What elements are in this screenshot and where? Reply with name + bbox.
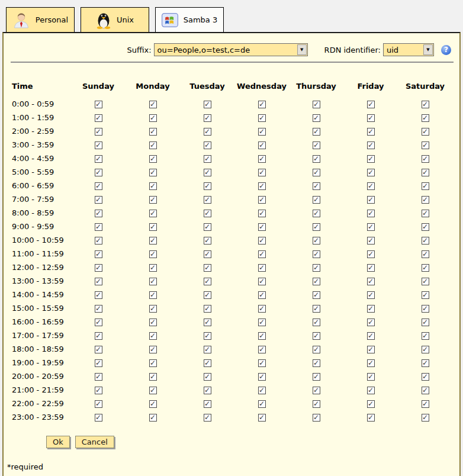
checkbox-monday-23[interactable] (149, 414, 157, 422)
checkbox-monday-22[interactable] (149, 400, 157, 408)
checkbox-thursday-19[interactable] (313, 359, 320, 367)
rdn-identifier-select[interactable]: uid ▼ (383, 43, 434, 56)
checkbox-saturday-8[interactable] (422, 210, 429, 217)
checkbox-sunday-19[interactable] (95, 359, 102, 367)
help-icon[interactable]: ? (441, 45, 451, 55)
checkbox-thursday-4[interactable] (313, 155, 320, 163)
checkbox-thursday-10[interactable] (313, 237, 320, 245)
checkbox-thursday-6[interactable] (313, 182, 320, 190)
checkbox-tuesday-14[interactable] (204, 291, 211, 299)
checkbox-monday-6[interactable] (149, 182, 157, 190)
checkbox-wednesday-2[interactable] (258, 128, 266, 136)
checkbox-tuesday-10[interactable] (204, 237, 211, 245)
checkbox-sunday-12[interactable] (95, 264, 102, 272)
checkbox-thursday-12[interactable] (313, 264, 320, 272)
checkbox-wednesday-14[interactable] (258, 291, 266, 299)
checkbox-monday-9[interactable] (149, 223, 157, 231)
checkbox-friday-10[interactable] (367, 237, 375, 245)
checkbox-saturday-20[interactable] (422, 373, 429, 381)
checkbox-saturday-10[interactable] (422, 237, 429, 245)
checkbox-thursday-22[interactable] (313, 400, 320, 408)
checkbox-sunday-14[interactable] (95, 291, 102, 299)
checkbox-saturday-22[interactable] (422, 400, 429, 408)
checkbox-friday-20[interactable] (367, 373, 375, 381)
checkbox-monday-15[interactable] (149, 305, 157, 313)
checkbox-monday-2[interactable] (149, 128, 157, 136)
checkbox-tuesday-7[interactable] (204, 196, 211, 204)
checkbox-saturday-6[interactable] (422, 182, 429, 190)
checkbox-sunday-16[interactable] (95, 319, 102, 326)
checkbox-wednesday-8[interactable] (258, 210, 266, 217)
checkbox-sunday-7[interactable] (95, 196, 102, 204)
checkbox-wednesday-23[interactable] (258, 414, 266, 422)
checkbox-friday-22[interactable] (367, 400, 375, 408)
checkbox-monday-11[interactable] (149, 250, 157, 258)
checkbox-thursday-18[interactable] (313, 346, 320, 353)
checkbox-tuesday-12[interactable] (204, 264, 211, 272)
checkbox-wednesday-12[interactable] (258, 264, 266, 272)
checkbox-thursday-7[interactable] (313, 196, 320, 204)
checkbox-saturday-13[interactable] (422, 278, 429, 285)
checkbox-thursday-15[interactable] (313, 305, 320, 313)
checkbox-sunday-21[interactable] (95, 387, 102, 394)
checkbox-monday-4[interactable] (149, 155, 157, 163)
checkbox-saturday-1[interactable] (422, 114, 429, 122)
checkbox-tuesday-2[interactable] (204, 128, 211, 136)
checkbox-sunday-20[interactable] (95, 373, 102, 381)
checkbox-monday-21[interactable] (149, 387, 157, 394)
checkbox-monday-14[interactable] (149, 291, 157, 299)
checkbox-wednesday-19[interactable] (258, 359, 266, 367)
checkbox-friday-1[interactable] (367, 114, 375, 122)
checkbox-monday-0[interactable] (149, 101, 157, 108)
checkbox-friday-17[interactable] (367, 332, 375, 340)
checkbox-sunday-18[interactable] (95, 346, 102, 353)
checkbox-sunday-9[interactable] (95, 223, 102, 231)
checkbox-friday-6[interactable] (367, 182, 375, 190)
checkbox-thursday-0[interactable] (313, 101, 320, 108)
checkbox-monday-17[interactable] (149, 332, 157, 340)
checkbox-tuesday-0[interactable] (204, 101, 211, 108)
checkbox-friday-16[interactable] (367, 319, 375, 326)
checkbox-sunday-1[interactable] (95, 114, 102, 122)
checkbox-monday-1[interactable] (149, 114, 157, 122)
checkbox-tuesday-3[interactable] (204, 141, 211, 149)
checkbox-saturday-15[interactable] (422, 305, 429, 313)
checkbox-thursday-9[interactable] (313, 223, 320, 231)
checkbox-tuesday-16[interactable] (204, 319, 211, 326)
checkbox-thursday-21[interactable] (313, 387, 320, 394)
checkbox-friday-9[interactable] (367, 223, 375, 231)
chevron-down-icon[interactable]: ▼ (297, 44, 307, 55)
checkbox-saturday-3[interactable] (422, 141, 429, 149)
checkbox-thursday-3[interactable] (313, 141, 320, 149)
checkbox-saturday-12[interactable] (422, 264, 429, 272)
checkbox-wednesday-13[interactable] (258, 278, 266, 285)
checkbox-thursday-23[interactable] (313, 414, 320, 422)
checkbox-wednesday-20[interactable] (258, 373, 266, 381)
checkbox-friday-12[interactable] (367, 264, 375, 272)
checkbox-sunday-4[interactable] (95, 155, 102, 163)
checkbox-friday-4[interactable] (367, 155, 375, 163)
checkbox-wednesday-9[interactable] (258, 223, 266, 231)
checkbox-wednesday-4[interactable] (258, 155, 266, 163)
checkbox-monday-3[interactable] (149, 141, 157, 149)
checkbox-wednesday-11[interactable] (258, 250, 266, 258)
checkbox-friday-14[interactable] (367, 291, 375, 299)
tab-unix[interactable]: Unix (81, 7, 149, 32)
checkbox-tuesday-5[interactable] (204, 169, 211, 176)
checkbox-sunday-10[interactable] (95, 237, 102, 245)
checkbox-tuesday-9[interactable] (204, 223, 211, 231)
checkbox-monday-18[interactable] (149, 346, 157, 353)
checkbox-saturday-7[interactable] (422, 196, 429, 204)
checkbox-sunday-8[interactable] (95, 210, 102, 217)
checkbox-saturday-19[interactable] (422, 359, 429, 367)
checkbox-monday-20[interactable] (149, 373, 157, 381)
checkbox-sunday-5[interactable] (95, 169, 102, 176)
cancel-button[interactable]: Cancel (75, 436, 114, 448)
checkbox-sunday-15[interactable] (95, 305, 102, 313)
checkbox-saturday-23[interactable] (422, 414, 429, 422)
checkbox-monday-5[interactable] (149, 169, 157, 176)
checkbox-friday-23[interactable] (367, 414, 375, 422)
checkbox-monday-13[interactable] (149, 278, 157, 285)
checkbox-monday-10[interactable] (149, 237, 157, 245)
checkbox-tuesday-18[interactable] (204, 346, 211, 353)
